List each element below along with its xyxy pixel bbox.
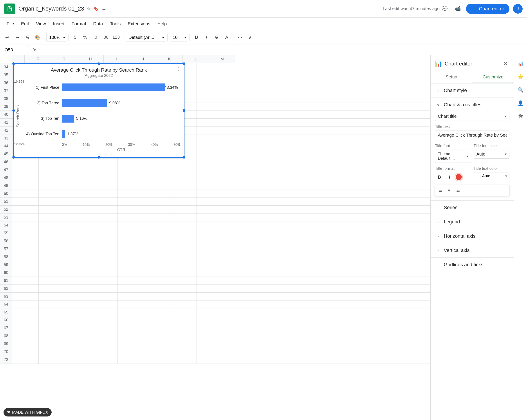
share-button[interactable]: 👤 Chart editor <box>466 4 509 14</box>
cell-46-4[interactable] <box>118 158 144 166</box>
font-size-select[interactable]: 10 <box>170 33 187 42</box>
cell-58-3[interactable] <box>91 253 118 261</box>
grid-row-52[interactable] <box>12 206 430 213</box>
cell-51-7[interactable] <box>197 198 223 205</box>
cell-51-1[interactable] <box>39 198 65 205</box>
cell-47-2[interactable] <box>65 166 91 174</box>
cell-54-2[interactable] <box>65 221 91 229</box>
cell-47-4[interactable] <box>118 166 144 174</box>
cell-66-1[interactable] <box>39 316 65 324</box>
cell-reference[interactable]: O53 <box>3 46 29 54</box>
cell-49-0[interactable] <box>12 182 39 189</box>
cell-67-3[interactable] <box>91 324 118 332</box>
cell-69-7[interactable] <box>197 340 223 348</box>
cell-62-2[interactable] <box>65 285 91 292</box>
cell-70-0[interactable] <box>12 348 39 356</box>
cell-69-4[interactable] <box>118 340 144 348</box>
cell-48-5[interactable] <box>144 174 170 182</box>
cell-52-5[interactable] <box>144 206 170 213</box>
cell-50-0[interactable] <box>12 190 39 198</box>
menu-format[interactable]: Format <box>68 20 89 28</box>
italic-format-button[interactable]: I <box>445 173 454 181</box>
cell-50-3[interactable] <box>91 190 118 198</box>
cell-43-7[interactable] <box>197 134 223 142</box>
cell-50-4[interactable] <box>118 190 144 198</box>
cell-70-6[interactable] <box>170 348 197 356</box>
cell-63-4[interactable] <box>118 293 144 300</box>
cell-57-7[interactable] <box>197 245 223 253</box>
cell-46-3[interactable] <box>91 158 118 166</box>
cell-49-5[interactable] <box>144 182 170 189</box>
cell-52-7[interactable] <box>197 206 223 213</box>
cell-52-2[interactable] <box>65 206 91 213</box>
cell-66-7[interactable] <box>197 316 223 324</box>
cell-35-7[interactable] <box>197 71 223 79</box>
cell-64-7[interactable] <box>197 300 223 308</box>
cell-55-6[interactable] <box>170 229 197 237</box>
cell-56-5[interactable] <box>144 237 170 245</box>
cell-49-1[interactable] <box>39 182 65 189</box>
cell-48-1[interactable] <box>39 174 65 182</box>
cell-70-3[interactable] <box>91 348 118 356</box>
cell-50-7[interactable] <box>197 190 223 198</box>
cell-63-6[interactable] <box>170 293 197 300</box>
cell-47-5[interactable] <box>144 166 170 174</box>
cell-55-1[interactable] <box>39 229 65 237</box>
chart-title-dropdown[interactable]: Chart title ▾ <box>435 112 509 121</box>
cell-38-7[interactable] <box>197 95 223 103</box>
cell-64-5[interactable] <box>144 300 170 308</box>
cell-67-0[interactable] <box>12 324 39 332</box>
cell-56-6[interactable] <box>170 237 197 245</box>
cell-58-0[interactable] <box>12 253 39 261</box>
series-header[interactable]: › Series <box>431 200 514 215</box>
tab-setup[interactable]: Setup <box>431 71 472 83</box>
cell-51-2[interactable] <box>65 198 91 205</box>
cell-65-0[interactable] <box>12 309 39 316</box>
user-avatar[interactable]: J <box>513 4 523 14</box>
cell-59-1[interactable] <box>39 261 65 269</box>
strikethrough-button[interactable]: S <box>212 33 221 42</box>
cell-69-5[interactable] <box>144 340 170 348</box>
cell-59-7[interactable] <box>197 261 223 269</box>
cell-47-1[interactable] <box>39 166 65 174</box>
cell-60-7[interactable] <box>197 269 223 276</box>
people-sidebar-icon[interactable]: 👤 <box>516 99 526 108</box>
chart-container[interactable]: ⋮ Average Click Through Rate by Search R… <box>13 63 185 158</box>
bookmark-icon[interactable]: 🔖 <box>93 6 99 11</box>
cell-68-5[interactable] <box>144 332 170 340</box>
cell-70-5[interactable] <box>144 348 170 356</box>
cell-50-5[interactable] <box>144 190 170 198</box>
cell-48-0[interactable] <box>12 174 39 182</box>
menu-tools[interactable]: Tools <box>107 20 124 28</box>
cell-61-5[interactable] <box>144 277 170 285</box>
cell-65-6[interactable] <box>170 309 197 316</box>
handle-tr[interactable] <box>183 62 185 65</box>
cell-54-4[interactable] <box>118 221 144 229</box>
cell-46-7[interactable] <box>197 158 223 166</box>
cell-65-5[interactable] <box>144 309 170 316</box>
handle-top[interactable] <box>98 62 100 65</box>
cell-64-6[interactable] <box>170 300 197 308</box>
cell-72-5[interactable] <box>144 356 170 364</box>
grid-row-61[interactable] <box>12 277 430 285</box>
cell-51-4[interactable] <box>118 198 144 205</box>
cell-60-0[interactable] <box>12 269 39 276</box>
maps-sidebar-icon[interactable]: 🗺 <box>516 111 526 121</box>
cell-52-0[interactable] <box>12 206 39 213</box>
cell-64-3[interactable] <box>91 300 118 308</box>
handle-br[interactable] <box>183 156 185 159</box>
text-color-picker[interactable] <box>455 174 462 181</box>
cell-61-2[interactable] <box>65 277 91 285</box>
cell-49-3[interactable] <box>91 182 118 189</box>
font-size-dropdown[interactable]: Auto ▾ <box>474 150 510 159</box>
cell-55-7[interactable] <box>197 229 223 237</box>
cell-48-2[interactable] <box>65 174 91 182</box>
cell-62-4[interactable] <box>118 285 144 292</box>
cell-67-6[interactable] <box>170 324 197 332</box>
grid-row-53[interactable] <box>12 213 430 221</box>
font-dropdown[interactable]: Theme Default:... ▾ <box>435 150 471 163</box>
cell-42-7[interactable] <box>197 127 223 134</box>
decimal-dec-button[interactable]: .0 <box>91 33 100 42</box>
grid-row-72[interactable] <box>12 356 430 364</box>
cell-57-5[interactable] <box>144 245 170 253</box>
